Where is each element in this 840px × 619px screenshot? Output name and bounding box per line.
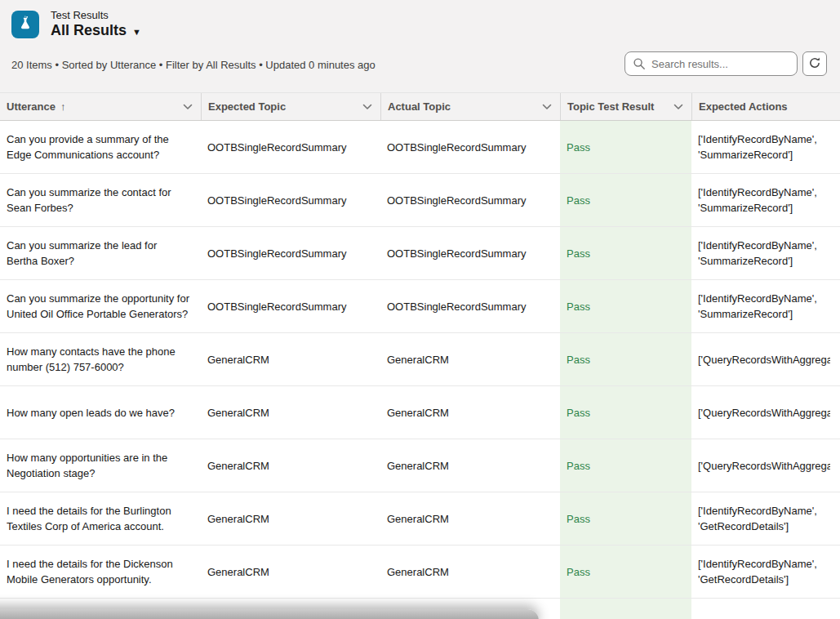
search-input[interactable] — [624, 51, 798, 76]
cell-text: Pass — [567, 352, 590, 367]
chevron-down-icon[interactable] — [542, 100, 552, 113]
table-row: How many open leads do we have?GeneralCR… — [0, 386, 840, 439]
cell-text: GeneralCRM — [387, 352, 449, 367]
cell-text: OOTBSingleRecordSummary — [207, 140, 347, 155]
cell-result: Pass — [560, 280, 691, 332]
cell-actual-topic: GeneralCRM — [380, 546, 560, 598]
cell-text: GeneralCRM — [207, 352, 269, 367]
cell-expected-topic: GeneralCRM — [201, 492, 380, 545]
cell-text: GeneralCRM — [207, 458, 269, 474]
caret-down-icon: ▼ — [132, 27, 141, 37]
cell-text: ['IdentifyRecordByName', 'SummarizeRecor… — [698, 238, 830, 269]
search-box — [624, 51, 798, 76]
cell-result: Pass — [560, 174, 691, 226]
list-view-selector[interactable]: All Results ▼ — [51, 22, 141, 39]
table-header-row: Utterance↑Expected TopicActual TopicTopi… — [0, 92, 840, 121]
cell-utterance: I need the details for the Burlington Te… — [0, 492, 201, 545]
cell-text: Pass — [567, 299, 590, 314]
cell-text: How many contacts have the phone number … — [7, 344, 191, 375]
cell-text: ['IdentifyRecordByName', 'GetRecordDetai… — [698, 556, 830, 587]
cell-actual-topic: OOTBSingleRecordSummary — [380, 280, 560, 332]
cell-utterance: I need the details for the Dickenson Mob… — [0, 546, 201, 598]
cell-text: Can you summarize the lead for Bertha Bo… — [7, 238, 191, 269]
cell-text: OOTBSingleRecordSummary — [387, 193, 527, 208]
cell-utterance: Can you summarize the opportunity for Un… — [0, 280, 201, 332]
cell-text: OOTBSingleRecordSummary — [387, 299, 527, 314]
cell-text: Pass — [567, 511, 590, 527]
chevron-down-icon[interactable] — [183, 100, 193, 113]
cell-expected-topic: GeneralCRM — [201, 546, 380, 598]
cell-text: ['IdentifyRecordByName', 'GetRecordDetai… — [698, 503, 830, 534]
cell-expected-topic: OOTBSingleRecordSummary — [201, 174, 380, 226]
table-row: How many opportunities are in the Negoti… — [0, 439, 840, 492]
test-results-table: Utterance↑Expected TopicActual TopicTopi… — [0, 92, 840, 619]
cell-result: Pass — [560, 121, 691, 173]
cell-text: Can you summarize the opportunity for Un… — [7, 291, 191, 322]
cell-actual-topic: OOTBSingleRecordSummary — [380, 227, 560, 279]
cell-text: Pass — [567, 193, 590, 208]
cell-expected-topic: GeneralCRM — [201, 439, 380, 492]
column-header-utterance[interactable]: Utterance↑ — [0, 93, 201, 120]
cell-expected-topic: OOTBSingleRecordSummary — [201, 280, 380, 332]
cell-expected-topic: GeneralCRM — [201, 386, 380, 439]
cell-expected-actions: ['IdentifyRecordByName', 'GetRecordDetai… — [691, 546, 840, 598]
cell-text: ['QueryRecordsWithAggrega — [698, 458, 830, 474]
table-row: Can you summarize the opportunity for Un… — [0, 280, 840, 333]
cell-actual-topic: GeneralCRM — [380, 439, 560, 492]
cell-text: OOTBSingleRecordSummary — [387, 140, 527, 155]
cell-text: How many open leads do we have? — [7, 405, 175, 421]
cell-result: Pass — [560, 439, 691, 492]
cell-expected-actions: ['QueryRecordsWithAggrega — [691, 333, 840, 385]
chevron-down-icon[interactable] — [362, 100, 372, 113]
column-header-expected-topic[interactable]: Expected Topic — [201, 93, 380, 120]
table-row: Can you summarize the lead for Bertha Bo… — [0, 227, 840, 280]
cell-expected-actions: ['IdentifyRecordByName', — [691, 599, 840, 619]
table-row: I need the details for the Burlington Te… — [0, 492, 840, 546]
cell-expected-topic: GeneralCRM — [201, 333, 380, 385]
cell-utterance: How many contacts have the phone number … — [0, 333, 201, 385]
cell-result: Pass — [560, 386, 691, 439]
cell-result: Pass — [560, 546, 691, 598]
docked-panel-edge[interactable] — [0, 609, 539, 619]
cell-result: Pass — [560, 492, 691, 545]
cell-text: I need the details for the Dickenson Mob… — [7, 556, 191, 587]
table-row: How many contacts have the phone number … — [0, 333, 840, 386]
column-label: Actual Topic — [388, 100, 451, 113]
cell-text: OOTBSingleRecordSummary — [207, 299, 347, 314]
cell-expected-topic: OOTBSingleRecordSummary — [201, 121, 380, 173]
cell-text: GeneralCRM — [387, 458, 449, 474]
chevron-down-icon[interactable] — [673, 100, 683, 113]
refresh-icon — [808, 56, 821, 72]
cell-actual-topic: GeneralCRM — [380, 492, 560, 545]
cell-text: ['QueryRecordsWithAggrega — [698, 352, 830, 367]
table-row: I need the details for the Dickenson Mob… — [0, 546, 840, 599]
cell-text: OOTBSingleRecordSummary — [207, 246, 347, 261]
cell-text: GeneralCRM — [207, 405, 269, 421]
cell-actual-topic: GeneralCRM — [380, 386, 560, 439]
cell-expected-actions: ['QueryRecordsWithAggrega — [691, 386, 840, 439]
cell-result: Pass — [560, 333, 691, 385]
view-label: All Results — [51, 22, 127, 39]
cell-text: Pass — [567, 564, 590, 580]
cell-actual-topic: GeneralCRM — [380, 333, 560, 385]
page-header: Test Results All Results ▼ 20 Items • So… — [0, 0, 840, 92]
cell-expected-actions: ['IdentifyRecordByName', 'SummarizeRecor… — [691, 227, 840, 279]
cell-text: ['IdentifyRecordByName', 'SummarizeRecor… — [698, 291, 830, 322]
cell-expected-actions: ['IdentifyRecordByName', 'SummarizeRecor… — [691, 280, 840, 332]
cell-text: How many opportunities are in the Negoti… — [7, 450, 191, 481]
column-label: Expected Actions — [699, 100, 788, 113]
cell-utterance: Can you summarize the contact for Sean F… — [0, 174, 201, 226]
cell-text: Pass — [567, 246, 590, 261]
sort-ascending-icon: ↑ — [60, 100, 66, 113]
cell-text: GeneralCRM — [207, 511, 269, 527]
cell-text: Pass — [567, 140, 590, 155]
refresh-button[interactable] — [802, 51, 827, 76]
cell-expected-actions: ['IdentifyRecordByName', 'SummarizeRecor… — [691, 121, 840, 173]
column-header-topic-test-result[interactable]: Topic Test Result — [560, 93, 691, 120]
column-header-actual-topic[interactable]: Actual Topic — [380, 93, 560, 120]
cell-utterance: How many opportunities are in the Negoti… — [0, 439, 201, 492]
cell-text: Pass — [567, 405, 590, 421]
cell-text: Can you summarize the contact for Sean F… — [7, 185, 191, 216]
column-header-expected-actions[interactable]: Expected Actions — [691, 93, 840, 120]
table-row: Can you summarize the contact for Sean F… — [0, 174, 840, 227]
